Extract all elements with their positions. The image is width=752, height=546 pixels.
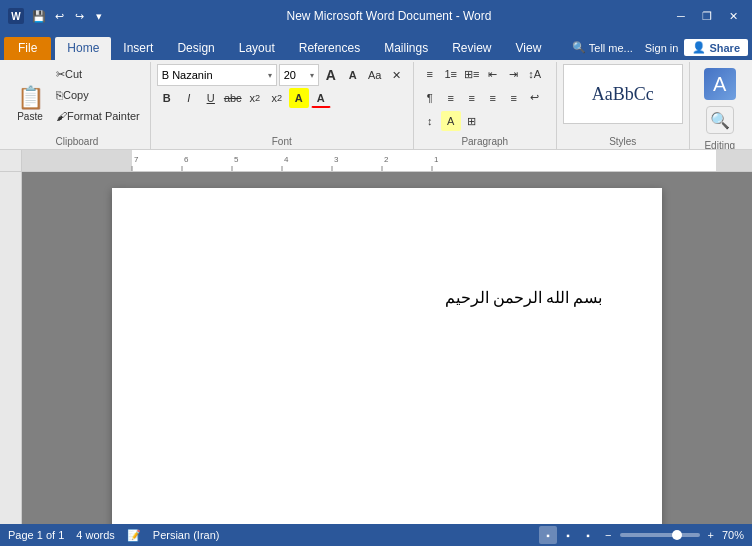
save-quick-btn[interactable]: 💾: [30, 7, 48, 25]
title-bar-left: W 💾 ↩ ↪ ▾: [8, 7, 108, 25]
zoom-plus[interactable]: +: [708, 529, 714, 541]
line-spacing-btn[interactable]: ↕: [420, 111, 440, 131]
shading-btn[interactable]: A: [441, 111, 461, 131]
increase-indent-btn[interactable]: ⇥: [504, 64, 524, 84]
font-name-value: B Nazanin: [162, 69, 213, 81]
paste-btn[interactable]: 📋 Paste: [10, 64, 50, 124]
tab-references[interactable]: References: [287, 37, 372, 60]
redo-btn[interactable]: ↪: [70, 7, 88, 25]
zoom-minus[interactable]: −: [605, 529, 611, 541]
window-controls: ─ ❐ ✕: [670, 5, 744, 27]
page-content[interactable]: بسم الله الرحمن الرحيم: [172, 248, 602, 478]
tab-layout[interactable]: Layout: [227, 37, 287, 60]
ruler-left-margin: [0, 150, 22, 171]
search-icon: 🔍: [572, 41, 586, 54]
clipboard-group-label: Clipboard: [10, 134, 144, 147]
status-bar: Page 1 of 1 4 words 📝 Persian (Iran) ▪ ▪…: [0, 524, 752, 546]
font-name-combo[interactable]: B Nazanin ▾: [157, 64, 277, 86]
ribbon-content: 📋 Paste ✂ Cut ⎘ Copy 🖌 Format Painter Cl…: [0, 60, 752, 150]
grow-font-btn[interactable]: A: [321, 65, 341, 85]
bold-btn[interactable]: B: [157, 88, 177, 108]
sort-btn[interactable]: ↕A: [525, 64, 545, 84]
paste-label: Paste: [17, 111, 43, 122]
paragraph-controls: ≡ 1≡ ⊞≡ ⇤ ⇥ ↕A ¶ ≡ ≡ ≡ ≡ ↩ ↕ A ⊞: [420, 64, 550, 134]
svg-text:6: 6: [184, 155, 189, 164]
tab-mailings[interactable]: Mailings: [372, 37, 440, 60]
zoom-slider[interactable]: [620, 533, 700, 537]
document-area: بسم الله الرحمن الرحيم: [0, 172, 752, 524]
superscript-btn[interactable]: x2: [267, 88, 287, 108]
font-row1: B Nazanin ▾ 20 ▾ A A Aa ✕: [157, 64, 407, 86]
underline-btn[interactable]: U: [201, 88, 221, 108]
styles-preview: AaBbCc: [592, 84, 654, 105]
svg-text:3: 3: [334, 155, 339, 164]
tab-view[interactable]: View: [504, 37, 554, 60]
view-buttons: ▪ ▪ ▪: [539, 526, 597, 544]
app-icon: W: [8, 8, 24, 24]
clear-formatting-btn[interactable]: ✕: [387, 65, 407, 85]
view-print-btn[interactable]: ▪: [539, 526, 557, 544]
close-btn[interactable]: ✕: [722, 5, 744, 27]
show-hide-btn[interactable]: ¶: [420, 88, 440, 108]
cut-btn[interactable]: ✂ Cut: [52, 64, 144, 84]
status-left: Page 1 of 1 4 words 📝 Persian (Iran): [8, 529, 219, 542]
align-left-btn[interactable]: ≡: [441, 88, 461, 108]
minimize-btn[interactable]: ─: [670, 5, 692, 27]
rtl-btn[interactable]: ↩: [525, 88, 545, 108]
help-search-btn[interactable]: 🔍 Tell me...: [566, 39, 639, 56]
font-row2: B I U abc x2 x2 A A: [157, 88, 407, 108]
change-case-btn[interactable]: Aa: [365, 65, 385, 85]
styles-box[interactable]: AaBbCc: [563, 64, 683, 124]
styles-controls: AaBbCc: [563, 64, 683, 124]
italic-btn[interactable]: I: [179, 88, 199, 108]
page: بسم الله الرحمن الرحيم: [112, 188, 662, 524]
left-ruler: [0, 172, 22, 524]
font-color-btn[interactable]: A: [311, 88, 331, 108]
shrink-font-btn[interactable]: A: [343, 65, 363, 85]
justify-btn[interactable]: ≡: [504, 88, 524, 108]
subscript-btn[interactable]: x2: [245, 88, 265, 108]
view-read-btn[interactable]: ▪: [579, 526, 597, 544]
customize-qa-btn[interactable]: ▾: [90, 7, 108, 25]
bullets-btn[interactable]: ≡: [420, 64, 440, 84]
scroll-area[interactable]: بسم الله الرحمن الرحيم: [22, 172, 752, 524]
font-combo-arrow: ▾: [268, 71, 272, 80]
svg-text:1: 1: [434, 155, 439, 164]
tab-home[interactable]: Home: [55, 37, 111, 60]
tab-review[interactable]: Review: [440, 37, 503, 60]
quick-access-toolbar: 💾 ↩ ↪ ▾: [30, 7, 108, 25]
font-size-combo[interactable]: 20 ▾: [279, 64, 319, 86]
highlight-btn[interactable]: A: [289, 88, 309, 108]
svg-text:7: 7: [134, 155, 139, 164]
sign-in-btn[interactable]: Sign in: [645, 42, 679, 54]
view-web-btn[interactable]: ▪: [559, 526, 577, 544]
search-btn[interactable]: 🔍: [706, 106, 734, 134]
status-right: ▪ ▪ ▪ − + 70%: [539, 526, 744, 544]
share-btn[interactable]: 👤 Share: [684, 39, 748, 56]
undo-btn[interactable]: ↩: [50, 7, 68, 25]
window-title: New Microsoft Word Document - Word: [108, 9, 670, 23]
copy-btn[interactable]: ⎘ Copy: [52, 85, 144, 105]
styles-group-label: Styles: [563, 134, 683, 147]
clipboard-group: 📋 Paste ✂ Cut ⎘ Copy 🖌 Format Painter Cl…: [4, 62, 151, 149]
tab-file[interactable]: File: [4, 37, 51, 60]
strikethrough-btn[interactable]: abc: [223, 88, 243, 108]
help-search-text: Tell me...: [589, 42, 633, 54]
borders-btn[interactable]: ⊞: [462, 111, 482, 131]
track-changes-icon[interactable]: 📝: [127, 529, 141, 542]
format-painter-btn[interactable]: 🖌 Format Painter: [52, 106, 144, 126]
share-label: Share: [709, 42, 740, 54]
font-group: B Nazanin ▾ 20 ▾ A A Aa ✕ B I U abc x2 x…: [151, 62, 414, 149]
numbering-btn[interactable]: 1≡: [441, 64, 461, 84]
tab-insert[interactable]: Insert: [111, 37, 165, 60]
align-center-btn[interactable]: ≡: [462, 88, 482, 108]
title-bar: W 💾 ↩ ↪ ▾ New Microsoft Word Document - …: [0, 0, 752, 32]
restore-btn[interactable]: ❐: [696, 5, 718, 27]
language: Persian (Iran): [153, 529, 220, 541]
decrease-indent-btn[interactable]: ⇤: [483, 64, 503, 84]
zoom-thumb[interactable]: [672, 530, 682, 540]
editing-icon: A: [704, 68, 736, 100]
tab-design[interactable]: Design: [165, 37, 226, 60]
align-right-btn[interactable]: ≡: [483, 88, 503, 108]
multilevel-btn[interactable]: ⊞≡: [462, 64, 482, 84]
